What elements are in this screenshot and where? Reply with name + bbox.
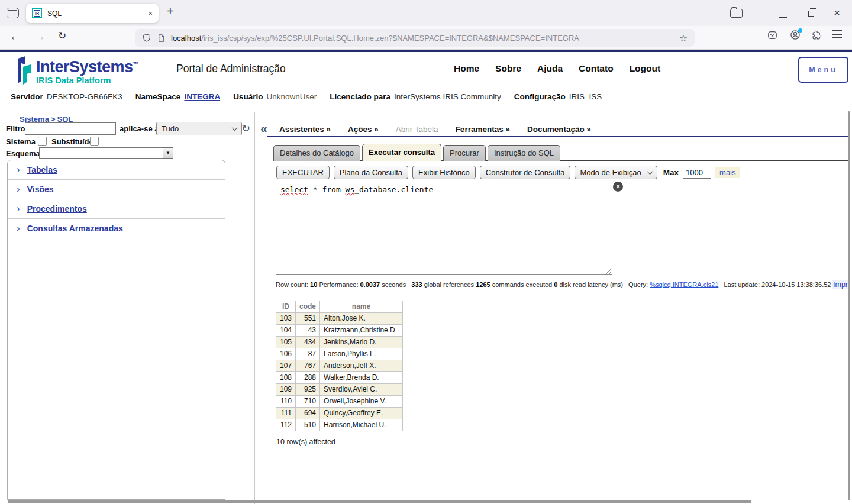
- menu-item[interactable]: Assistentes »: [279, 125, 331, 134]
- firefox-view-icon[interactable]: [7, 8, 19, 18]
- page-title: Portal de Administração: [176, 63, 286, 75]
- nav-link[interactable]: Ajuda: [537, 63, 563, 74]
- schema-label: Esquema: [6, 149, 40, 158]
- filter-input[interactable]: [25, 122, 116, 135]
- window-close-icon[interactable]: [834, 7, 840, 20]
- applies-to-label: aplica-se a: [120, 124, 159, 133]
- table-row: 104 43 Kratzmann,Christine D.: [276, 325, 403, 337]
- nav-link[interactable]: Home: [454, 63, 479, 74]
- intersystems-logo: InterSystems™ IRIS Data Platform: [14, 56, 138, 85]
- top-nav: HomeSobreAjudaContatoLogout: [454, 63, 660, 74]
- column-header: ID: [276, 301, 296, 313]
- overridden-label: Substituído: [51, 137, 94, 146]
- menu-hamburger-icon[interactable]: [832, 34, 842, 35]
- overridden-checkbox[interactable]: [90, 137, 99, 146]
- collapse-menu-icon[interactable]: [260, 121, 267, 135]
- url-text: localhost/iris_iss/csp/sys/exp/%25CSP.UI…: [171, 34, 674, 43]
- user-name: UnknownUser: [266, 92, 317, 101]
- extensions-puzzle-icon[interactable]: [811, 30, 822, 41]
- sidebar-section[interactable]: Visões: [8, 180, 225, 199]
- print-link[interactable]: Imprimir: [832, 280, 850, 289]
- vertical-scrollbar[interactable]: [848, 111, 850, 500]
- tab[interactable]: Procurar: [443, 145, 486, 161]
- url-bar[interactable]: localhost/iris_iss/csp/sys/exp/%25CSP.UI…: [135, 29, 695, 47]
- tab[interactable]: Instrução do SQL: [488, 145, 560, 161]
- table-row: 108 288 Walker,Brenda D.: [276, 372, 403, 384]
- bookmark-star-icon[interactable]: ☆: [679, 33, 688, 44]
- window-tabs-icon[interactable]: [730, 9, 743, 18]
- system-checkbox[interactable]: [38, 137, 47, 146]
- query-editor[interactable]: select * from ws_database.cliente: [276, 182, 612, 275]
- intersystems-logo-mark-icon: [14, 56, 32, 85]
- max-rows-input[interactable]: [683, 167, 711, 179]
- show-history-button[interactable]: Exibir Histórico: [412, 166, 476, 179]
- content-divider: [254, 112, 255, 504]
- tab[interactable]: Detalhes do Catálogo: [273, 145, 360, 161]
- nav-link[interactable]: Sobre: [495, 63, 521, 74]
- menu-button[interactable]: Menu: [798, 57, 848, 83]
- sidebar-accordion: Tabelas Visões Procedimentos Consultas A…: [7, 160, 225, 500]
- query-class-link[interactable]: %sqlcq,INTEGRA.cls21: [650, 281, 718, 288]
- server-info-row: ServidorDESKTOP-GB66FK3 NameSpaceINTEGRA…: [11, 92, 602, 101]
- tab-close-icon[interactable]: [148, 9, 153, 18]
- applies-to-select[interactable]: Tudo: [156, 122, 242, 135]
- new-tab-button[interactable]: [167, 5, 174, 18]
- server-name: DESKTOP-GB66FK3: [47, 92, 122, 101]
- reload-icon[interactable]: ↻: [58, 30, 66, 42]
- browser-toolbar: ← → ↻ localhost/iris_iss/csp/sys/exp/%25…: [0, 26, 852, 50]
- horizontal-scrollbar[interactable]: [8, 500, 751, 503]
- schema-dropdown-button[interactable]: [163, 147, 173, 159]
- chevron-right-icon: [17, 224, 20, 232]
- chevron-right-icon: [17, 205, 20, 213]
- menu-item[interactable]: Ações »: [348, 125, 379, 134]
- browser-tab[interactable]: IR SQL: [26, 4, 159, 23]
- menu-item[interactable]: Documentação »: [527, 125, 591, 134]
- tab[interactable]: Executar consulta: [362, 144, 441, 161]
- account-icon[interactable]: [789, 29, 801, 43]
- rows-affected-text: 10 row(s) affected: [276, 438, 335, 446]
- config-name: IRIS_ISS: [569, 92, 602, 101]
- schema-input[interactable]: [39, 147, 163, 159]
- chevron-down-icon: [232, 125, 238, 131]
- column-header: name: [320, 301, 403, 313]
- clear-query-icon[interactable]: ✕: [613, 182, 623, 192]
- display-mode-select[interactable]: Modo de Exibição: [575, 166, 657, 179]
- query-toolbar: EXECUTAR Plano da Consulta Exibir Histór…: [276, 166, 740, 179]
- back-icon[interactable]: ←: [9, 30, 21, 43]
- page-info-icon[interactable]: [157, 34, 166, 43]
- query-text: select * from ws_database.cliente: [276, 182, 612, 197]
- table-row: 112 510 Harrison,Michael U.: [276, 419, 403, 431]
- more-link[interactable]: mais: [715, 167, 740, 178]
- table-row: 106 87 Larson,Phyllis L.: [276, 348, 403, 360]
- execute-button[interactable]: EXECUTAR: [276, 166, 330, 179]
- namespace-link[interactable]: INTEGRA: [184, 92, 220, 101]
- pocket-icon[interactable]: [767, 30, 778, 41]
- query-stats: Row count: 10 Performance: 0.0037 second…: [276, 281, 831, 288]
- table-row: 110 710 Orwell,Josephine V.: [276, 396, 403, 408]
- shield-icon[interactable]: [142, 33, 151, 43]
- tab-strip: Detalhes do CatálogoExecutar consultaPro…: [273, 144, 560, 161]
- table-row: 107 767 Anderson,Jeff X.: [276, 360, 403, 372]
- browser-tab-bar: IR SQL: [0, 0, 852, 26]
- menu-item[interactable]: Abrir Tabela: [396, 125, 438, 134]
- filter-label: Filtro: [6, 124, 25, 133]
- sidebar-section[interactable]: Tabelas: [8, 160, 225, 180]
- query-builder-button[interactable]: Construtor de Consulta: [480, 166, 571, 179]
- nav-link[interactable]: Contato: [579, 63, 614, 74]
- sidebar-section[interactable]: Consultas Armazenadas: [8, 219, 225, 238]
- chevron-down-icon: [647, 169, 653, 175]
- chevron-right-icon: [17, 185, 20, 193]
- query-plan-button[interactable]: Plano da Consulta: [334, 166, 408, 179]
- forward-icon: →: [34, 30, 46, 43]
- resize-grip[interactable]: [605, 267, 611, 274]
- menu-item[interactable]: Ferramentas »: [456, 125, 510, 134]
- minimize-icon[interactable]: [779, 17, 787, 18]
- site-favicon-icon: IR: [32, 8, 42, 18]
- sidebar-section[interactable]: Procedimentos: [8, 199, 225, 219]
- license-name: InterSystems IRIS Community: [394, 92, 501, 101]
- refresh-icon[interactable]: ↻: [241, 122, 250, 135]
- restore-icon[interactable]: [808, 11, 814, 17]
- portal-header: InterSystems™ IRIS Data Platform Portal …: [0, 52, 852, 112]
- nav-link[interactable]: Logout: [630, 63, 661, 74]
- table-row: 105 434 Jenkins,Mario D.: [276, 337, 403, 348]
